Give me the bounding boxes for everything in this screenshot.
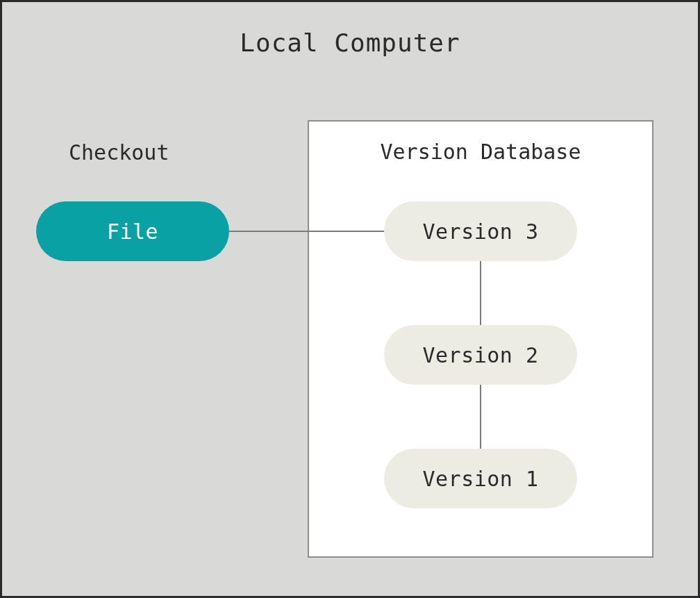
version-2-node: Version 2 [384,325,577,385]
version-database-title: Version Database [309,140,652,164]
file-node: File [36,201,229,261]
version-3-node: Version 3 [384,201,577,261]
checkout-label: Checkout [69,140,169,165]
local-computer-container: Local Computer Checkout Version Database… [0,0,700,598]
connector-version3-to-version2 [480,261,481,325]
connector-version2-to-version1 [480,385,481,449]
connector-file-to-version3 [229,231,384,232]
version-1-node: Version 1 [384,449,577,508]
diagram-title: Local Computer [2,28,698,57]
